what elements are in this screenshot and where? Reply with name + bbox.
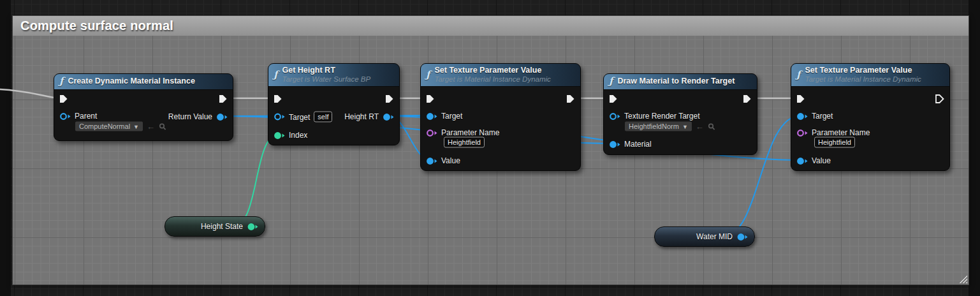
target-pin[interactable]: Target: [426, 112, 462, 121]
node-subtitle: Target is Material Instance Dynamic: [805, 75, 921, 84]
function-icon: ƒ: [274, 70, 277, 80]
height-rt-pin[interactable]: Height RT: [344, 112, 394, 121]
exec-out-pin[interactable]: [385, 94, 394, 104]
pin-label: Texture Render Target: [624, 112, 700, 121]
exec-pin-icon: [219, 94, 228, 104]
node-title: Create Dynamic Material Instance: [68, 77, 194, 86]
object-pin-icon: [59, 112, 71, 121]
variable-node-water-mid[interactable]: Water MID: [654, 226, 755, 247]
pin-label: Target: [289, 112, 310, 121]
exec-in-pin[interactable]: [609, 94, 618, 104]
value-pin[interactable]: Value: [426, 156, 460, 165]
pin-label: Return Value: [168, 112, 212, 121]
pin-label: Parameter Name: [812, 128, 870, 137]
pin-label: Height RT: [344, 112, 379, 121]
exec-pin-icon: [796, 94, 805, 104]
pin-label: Value: [441, 156, 460, 165]
node-subtitle: Target is Water Surface BP: [282, 75, 370, 84]
variable-label: Height State: [201, 222, 243, 231]
node-set-texture-parameter-value-2[interactable]: ƒ Set Texture Parameter Value Target is …: [791, 63, 950, 171]
exec-out-pin[interactable]: [935, 94, 944, 104]
object-pin-icon: [426, 112, 437, 121]
node-subtitle: Target is Material Instance Dynamic: [434, 75, 550, 84]
return-value-pin[interactable]: Return Value: [168, 112, 228, 121]
function-icon: ƒ: [426, 70, 430, 80]
variable-label: Water MID: [696, 232, 733, 241]
pin-label: Material: [624, 140, 652, 149]
pin-label: Parent: [75, 112, 97, 121]
pin-label: Target: [441, 112, 462, 121]
exec-pin-icon: [935, 94, 944, 104]
use-selected-asset-icon[interactable]: ←: [696, 122, 704, 130]
texture-render-target-pin[interactable]: Texture Render Target: [609, 112, 700, 121]
node-create-dynamic-material-instance[interactable]: ƒ Create Dynamic Material Instance Paren…: [54, 73, 233, 141]
material-pin[interactable]: Material: [609, 140, 652, 149]
exec-in-pin[interactable]: [274, 94, 282, 104]
name-pin-icon: [796, 129, 808, 137]
node-draw-material-to-render-target[interactable]: ƒ Draw Material to Render Target Texture…: [603, 73, 757, 155]
exec-pin-icon: [274, 94, 282, 104]
object-pin-icon: [383, 113, 394, 121]
exec-out-pin[interactable]: [743, 94, 752, 104]
int-pin-icon: [274, 131, 285, 140]
parent-pin[interactable]: Parent: [59, 112, 97, 121]
comment-header[interactable]: Compute surface normal: [13, 16, 969, 36]
parameter-name-pin[interactable]: Parameter Name: [426, 128, 499, 137]
browse-asset-icon[interactable]: [708, 122, 715, 130]
chevron-down-icon: ▼: [682, 123, 688, 130]
object-pin-icon[interactable]: [737, 233, 748, 241]
exec-in-pin[interactable]: [59, 94, 68, 104]
function-icon: ƒ: [796, 70, 800, 80]
node-title: Get Height RT: [282, 66, 370, 75]
window-left-edge: [0, 0, 11, 296]
exec-in-pin[interactable]: [426, 94, 435, 104]
index-pin[interactable]: Index: [274, 131, 307, 140]
pin-label: Value: [812, 156, 831, 165]
use-selected-asset-icon[interactable]: ←: [147, 122, 155, 130]
node-title: Draw Material to Render Target: [617, 77, 735, 86]
target-self-box[interactable]: self: [314, 112, 332, 122]
target-pin[interactable]: Target: [796, 112, 833, 121]
variable-node-height-state[interactable]: Height State: [165, 216, 265, 237]
comment-title: Compute surface normal: [20, 18, 173, 33]
pin-label: Parameter Name: [441, 128, 499, 137]
function-icon: ƒ: [609, 77, 613, 86]
node-header[interactable]: ƒ Set Texture Parameter Value Target is …: [791, 64, 949, 87]
exec-pin-icon: [59, 94, 68, 104]
object-pin-icon: [796, 157, 808, 165]
exec-pin-icon: [566, 94, 575, 104]
object-pin-icon: [216, 113, 228, 121]
parent-asset-dropdown[interactable]: ComputeNormal ▼: [75, 122, 143, 131]
render-target-asset-dropdown[interactable]: HeightfieldNorm ▼: [625, 122, 692, 131]
object-pin-icon: [426, 157, 437, 165]
exec-out-pin[interactable]: [219, 94, 228, 104]
target-pin[interactable]: Target self: [274, 112, 332, 122]
node-header[interactable]: ƒ Create Dynamic Material Instance: [54, 74, 233, 90]
dropdown-value: ComputeNormal: [79, 122, 130, 131]
node-header[interactable]: ƒ Draw Material to Render Target: [604, 74, 757, 90]
object-pin-icon: [609, 112, 620, 121]
exec-pin-icon: [385, 94, 394, 104]
exec-out-pin[interactable]: [566, 94, 575, 104]
node-header[interactable]: ƒ Get Height RT Target is Water Surface …: [268, 64, 399, 87]
object-pin-icon: [796, 112, 808, 121]
pin-label: Target: [812, 112, 833, 121]
node-set-texture-parameter-value-1[interactable]: ƒ Set Texture Parameter Value Target is …: [420, 63, 581, 171]
object-pin-icon: [274, 113, 285, 121]
exec-pin-icon: [426, 94, 435, 104]
window-right-edge: [969, 0, 980, 296]
node-get-height-rt[interactable]: ƒ Get Height RT Target is Water Surface …: [268, 63, 400, 145]
value-pin[interactable]: Value: [796, 156, 831, 165]
node-header[interactable]: ƒ Set Texture Parameter Value Target is …: [421, 64, 580, 87]
name-pin-icon: [426, 129, 437, 137]
blueprint-canvas[interactable]: { "comment": { "title": "Compute surface…: [0, 0, 980, 296]
parameter-name-input[interactable]: Heightfield: [444, 137, 485, 148]
parameter-name-input[interactable]: Heightfield: [814, 137, 855, 148]
exec-pin-icon: [743, 94, 752, 104]
function-icon: ƒ: [59, 77, 63, 86]
int-pin-icon[interactable]: [247, 223, 258, 231]
browse-asset-icon[interactable]: [159, 122, 166, 130]
exec-in-pin[interactable]: [796, 94, 805, 104]
parameter-name-pin[interactable]: Parameter Name: [796, 128, 870, 137]
dropdown-value: HeightfieldNorm: [629, 122, 679, 131]
